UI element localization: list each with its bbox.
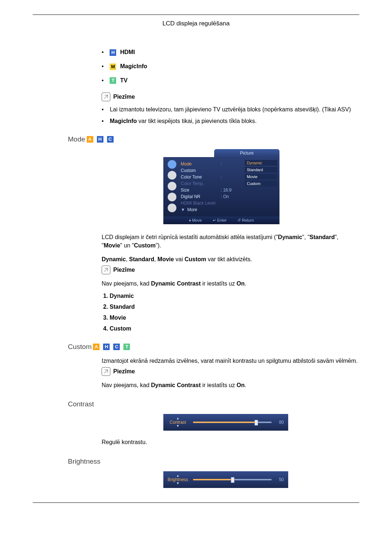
mode-note: Nav pieejams, kad Dynamic Contrast ir ie… bbox=[102, 279, 359, 288]
osd-option-standard[interactable]: Standard bbox=[245, 167, 277, 173]
mode-para-2: Dynamic, Standard, Movie vai Custom var … bbox=[102, 255, 359, 263]
mode-list-custom: Custom bbox=[110, 325, 359, 332]
custom-para: Izmantojot ekrānā redzamās izvēlnes, var… bbox=[102, 357, 359, 365]
slider-thumb[interactable] bbox=[231, 477, 234, 483]
osd-input-icon bbox=[168, 193, 176, 201]
osd-option-dynamic[interactable]: Dynamic bbox=[245, 160, 277, 166]
hdmi-icon: H bbox=[110, 49, 116, 56]
note-label: Piezīme bbox=[113, 94, 135, 100]
input-tv: TV bbox=[120, 77, 127, 83]
osd-foot-enter: ↵ Enter bbox=[213, 218, 226, 223]
brightness-slider-label: Brightness bbox=[168, 477, 188, 482]
brightness-heading-text: Brightness bbox=[68, 457, 101, 465]
brightness-heading: Brightness bbox=[33, 457, 359, 465]
osd-row-dnr[interactable]: Digital NR bbox=[181, 194, 221, 199]
osd-row-colortone[interactable]: Color Tone bbox=[181, 175, 221, 180]
custom-heading-text: Custom bbox=[68, 343, 91, 351]
osd-size-value: : 16:9 bbox=[221, 188, 232, 193]
badge-c-icon: C bbox=[113, 344, 120, 350]
osd-row-colortemp: Color Temp. bbox=[181, 181, 221, 186]
contrast-heading-text: Contrast bbox=[68, 400, 94, 408]
page-title: LCD displeja regulēšana bbox=[33, 20, 359, 27]
contrast-heading: Contrast bbox=[33, 400, 359, 408]
badge-t-icon: T bbox=[123, 344, 130, 350]
osd-option-movie[interactable]: Movie bbox=[245, 174, 277, 180]
osd-row-mode[interactable]: Mode bbox=[181, 161, 221, 167]
brightness-value: 50 bbox=[277, 477, 284, 482]
badge-a-icon: A bbox=[93, 344, 99, 350]
badge-h-icon: H bbox=[97, 136, 103, 143]
tv-icon: T bbox=[110, 77, 116, 84]
osd-row-more[interactable]: More bbox=[187, 207, 227, 212]
magicinfo-icon: M bbox=[110, 63, 116, 70]
note-icon bbox=[102, 367, 110, 376]
brightness-slider[interactable]: ▲ Brightness ▼ 50 bbox=[163, 471, 288, 488]
badge-c-icon: C bbox=[107, 136, 114, 143]
osd-tab: Picture bbox=[214, 149, 279, 157]
mode-list-movie: Movie bbox=[110, 315, 359, 321]
osd-mdc-icon bbox=[168, 204, 176, 212]
osd-row-hdmi-black: HDMI Black Level bbox=[181, 201, 221, 206]
note-text-2: var tikt iespējots tikai, ja pievienots … bbox=[137, 118, 257, 124]
mode-list-standard: Standard bbox=[110, 304, 359, 310]
note-icon bbox=[102, 93, 110, 101]
note-text-2-bold: MagicInfo bbox=[110, 118, 137, 124]
chevron-down-icon: ▼ bbox=[181, 207, 185, 212]
osd-row-size[interactable]: Size bbox=[181, 188, 221, 193]
chevron-down-icon: ▼ bbox=[176, 482, 180, 485]
note-icon bbox=[102, 266, 110, 274]
custom-heading: Custom A H C T bbox=[33, 343, 359, 351]
osd-sound-icon bbox=[168, 171, 176, 180]
osd-option-custom[interactable]: Custom bbox=[245, 181, 277, 186]
note-label: Piezīme bbox=[113, 368, 135, 375]
badge-a-icon: A bbox=[87, 136, 93, 143]
osd-dnr-value: : On bbox=[221, 194, 229, 199]
chevron-down-icon: ▼ bbox=[176, 424, 180, 428]
contrast-value: 80 bbox=[277, 420, 284, 425]
input-magicinfo: MagicInfo bbox=[120, 63, 147, 69]
mode-heading: Mode A H C bbox=[33, 135, 359, 143]
input-hdmi: HDMI bbox=[120, 49, 135, 55]
osd-foot-return: ↺ Return bbox=[237, 218, 254, 223]
slider-thumb[interactable] bbox=[254, 420, 258, 426]
mode-para-1: LCD displejam ir četri rūpnīcā iestatīti… bbox=[102, 233, 359, 250]
osd-foot-move: ♦ Move bbox=[189, 218, 202, 223]
mode-list-dynamic: Dynamic bbox=[110, 293, 359, 299]
mode-list: Dynamic Standard Movie Custom bbox=[102, 293, 359, 332]
custom-note: Nav pieejams, kad Dynamic Contrast ir ie… bbox=[102, 381, 359, 389]
contrast-slider[interactable]: ▲ Contrast ▼ 80 bbox=[163, 414, 288, 431]
osd-picture-icon bbox=[168, 160, 176, 169]
osd-setup-icon bbox=[168, 182, 176, 190]
note-text-1: Lai izmantotu televizoru, tam jāpievieno… bbox=[110, 106, 351, 112]
note-label: Piezīme bbox=[113, 267, 135, 273]
contrast-para: Regulē kontrastu. bbox=[102, 438, 359, 446]
input-list: • H HDMI • M MagicInfo • T TV bbox=[102, 49, 359, 84]
badge-h-icon: H bbox=[103, 344, 110, 350]
osd-row-custom[interactable]: Custom bbox=[181, 168, 221, 173]
osd-picture-menu: Picture Mode: Custom Color Tone: Color T… bbox=[163, 149, 279, 224]
mode-heading-text: Mode bbox=[68, 135, 85, 143]
